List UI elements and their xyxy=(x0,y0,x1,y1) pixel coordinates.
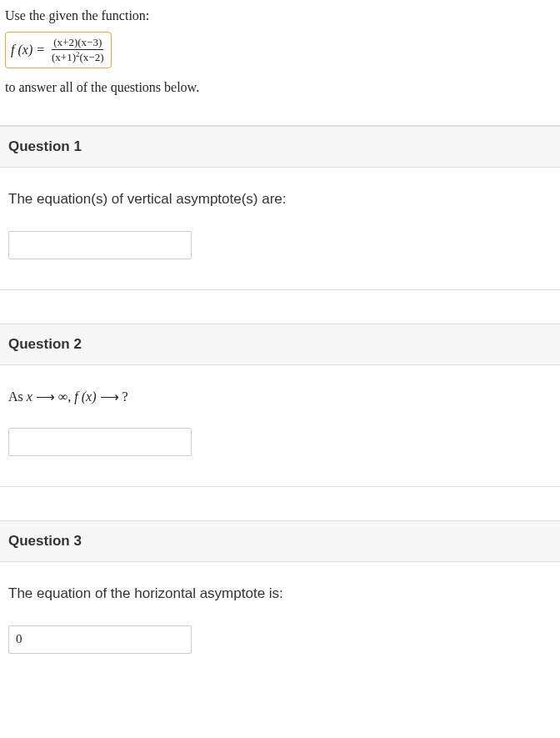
question-1-prompt: The equation(s) of vertical asymptote(s)… xyxy=(8,191,552,208)
question-2-prompt: As x ⟶ ∞, f (x) ⟶ ? xyxy=(8,389,552,404)
question-1-input[interactable] xyxy=(8,231,192,259)
question-3-input[interactable] xyxy=(8,625,192,654)
fraction-denominator: (x+1)2(x−2) xyxy=(50,50,106,64)
function-box: f (x) = (x+2)(x−3) (x+1)2(x−2) xyxy=(5,32,112,68)
question-1-header: Question 1 xyxy=(0,126,560,168)
function-fraction: (x+2)(x−3) (x+1)2(x−2) xyxy=(50,36,106,64)
fraction-numerator: (x+2)(x−3) xyxy=(52,36,103,50)
question-2-header: Question 2 xyxy=(0,324,560,365)
intro-block: Use the given the function: f (x) = (x+2… xyxy=(0,0,560,95)
question-2-body: As x ⟶ ∞, f (x) ⟶ ? xyxy=(0,365,560,487)
intro-line-2: to answer all of the questions below. xyxy=(5,80,555,95)
question-3-body: The equation of the horizontal asymptote… xyxy=(0,562,560,684)
question-3-header: Question 3 xyxy=(0,520,560,562)
function-lhs: f (x) = xyxy=(11,43,45,57)
question-1-body: The equation(s) of vertical asymptote(s)… xyxy=(0,168,560,290)
question-2-input[interactable] xyxy=(8,428,192,456)
question-3-prompt: The equation of the horizontal asymptote… xyxy=(8,585,552,602)
intro-line-1: Use the given the function: xyxy=(5,8,555,23)
